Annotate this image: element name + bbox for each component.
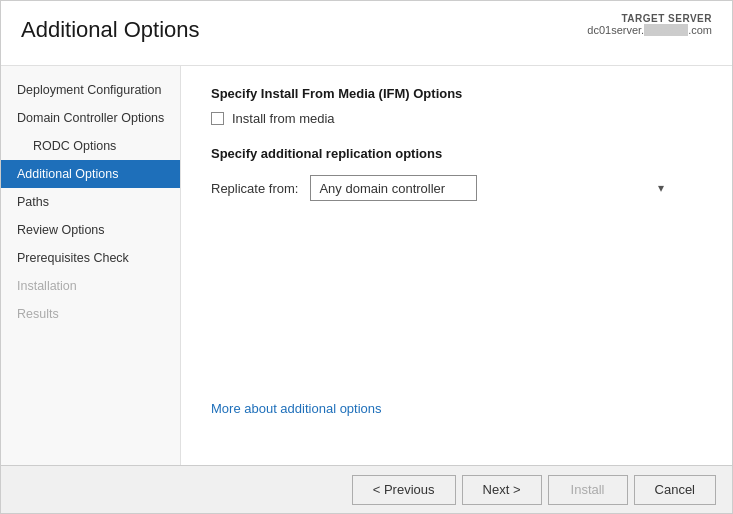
sidebar-item-paths[interactable]: Paths xyxy=(1,188,180,216)
content-area: Specify Install From Media (IFM) Options… xyxy=(181,66,732,465)
replicate-from-label: Replicate from: xyxy=(211,181,298,196)
next-button[interactable]: Next > xyxy=(462,475,542,505)
sidebar-item-additional-options[interactable]: Additional Options xyxy=(1,160,180,188)
footer: < Previous Next > Install Cancel xyxy=(1,465,732,513)
sidebar-item-results: Results xyxy=(1,300,180,328)
body-container: Deployment Configuration Domain Controll… xyxy=(1,66,732,465)
install-button: Install xyxy=(548,475,628,505)
sidebar-item-rodc-options[interactable]: RODC Options xyxy=(1,132,180,160)
ifm-section-title: Specify Install From Media (IFM) Options xyxy=(211,86,702,101)
sidebar-item-deployment-configuration[interactable]: Deployment Configuration xyxy=(1,76,180,104)
install-from-media-row: Install from media xyxy=(211,111,702,126)
target-server-value: dc01server.xxxxxxxx.com xyxy=(587,24,712,36)
sidebar: Deployment Configuration Domain Controll… xyxy=(1,66,181,465)
replicate-from-select[interactable]: Any domain controller Specific domain co… xyxy=(310,175,477,201)
replicate-from-select-wrapper: Any domain controller Specific domain co… xyxy=(310,175,670,201)
page-title: Additional Options xyxy=(21,17,200,43)
previous-button[interactable]: < Previous xyxy=(352,475,456,505)
sidebar-item-domain-controller-options[interactable]: Domain Controller Options xyxy=(1,104,180,132)
sidebar-item-prerequisites-check[interactable]: Prerequisites Check xyxy=(1,244,180,272)
replicate-from-row: Replicate from: Any domain controller Sp… xyxy=(211,175,702,201)
target-server-label: TARGET SERVER xyxy=(587,13,712,24)
install-from-media-checkbox[interactable] xyxy=(211,112,224,125)
more-about-additional-options-link[interactable]: More about additional options xyxy=(211,401,382,416)
install-from-media-label: Install from media xyxy=(232,111,335,126)
sidebar-item-installation: Installation xyxy=(1,272,180,300)
header: Additional Options TARGET SERVER dc01ser… xyxy=(1,1,732,66)
replication-section-title: Specify additional replication options xyxy=(211,146,702,161)
main-window: Additional Options TARGET SERVER dc01ser… xyxy=(0,0,733,514)
cancel-button[interactable]: Cancel xyxy=(634,475,716,505)
sidebar-item-review-options[interactable]: Review Options xyxy=(1,216,180,244)
target-server-info: TARGET SERVER dc01server.xxxxxxxx.com xyxy=(587,13,712,36)
